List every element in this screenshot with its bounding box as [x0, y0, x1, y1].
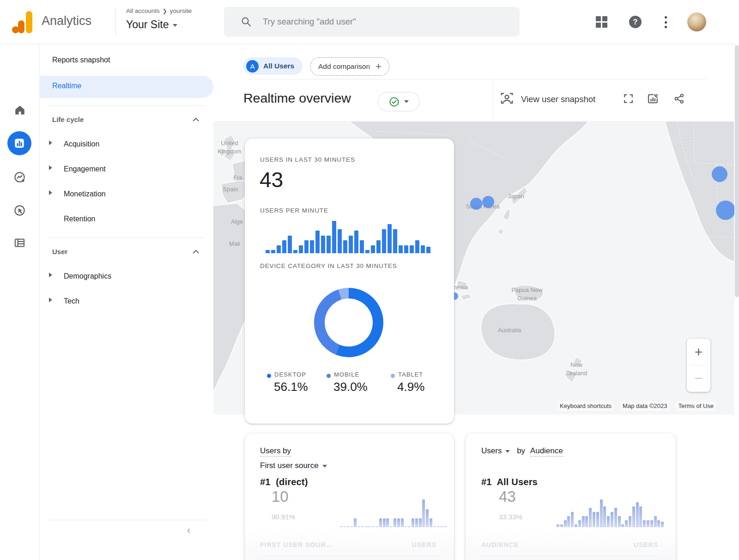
users-per-minute-chart: [266, 221, 430, 253]
bar: [421, 245, 425, 254]
table-divider: [481, 556, 660, 556]
bar: [360, 240, 364, 253]
zoom-out-button[interactable]: −: [687, 368, 710, 389]
search-icon: [241, 16, 252, 27]
nav-section-lifecycle[interactable]: Life cycle: [52, 116, 84, 123]
empty-minute-dash: [368, 526, 371, 527]
zoom-in-button[interactable]: +: [687, 341, 710, 363]
nav-item-monetization[interactable]: Monetization: [64, 190, 106, 198]
empty-minute-dash: [347, 526, 350, 527]
customize-report-icon[interactable]: [647, 92, 660, 105]
more-options-icon[interactable]: [664, 16, 667, 28]
user-snapshot-icon[interactable]: [500, 91, 514, 105]
home-icon[interactable]: [0, 104, 39, 116]
data-status-dropdown[interactable]: [378, 92, 419, 111]
advertising-icon[interactable]: [0, 204, 39, 217]
nav-reports-snapshot[interactable]: Reports snapshot: [52, 56, 110, 64]
expand-arrow-icon[interactable]: [49, 165, 52, 170]
mobile-percentage: 39.0%: [333, 380, 368, 394]
bar: [575, 524, 577, 527]
chevron-up-icon[interactable]: [193, 118, 199, 122]
top-row-value: 43: [499, 488, 516, 505]
library-icon[interactable]: [0, 237, 39, 249]
bar: [426, 509, 429, 527]
breadcrumb-site[interactable]: yoursite: [170, 7, 192, 14]
view-user-snapshot-button[interactable]: View user snapshot: [521, 94, 595, 104]
top-app-bar: Analytics All accounts❯yoursite Your Sit…: [0, 0, 739, 44]
bar: [629, 516, 631, 527]
page-scrollbar[interactable]: [735, 45, 739, 297]
collapse-nav-icon[interactable]: ‹: [187, 524, 190, 536]
empty-minute-dash: [376, 526, 378, 527]
bar: [394, 518, 396, 527]
analytics-logo-icon[interactable]: [12, 11, 33, 34]
metric-selector[interactable]: Users by: [260, 446, 291, 456]
user-avatar[interactable]: [687, 12, 706, 31]
fullscreen-icon[interactable]: [623, 93, 634, 104]
chevron-up-icon[interactable]: [193, 250, 199, 254]
nav-item-tech[interactable]: Tech: [64, 297, 79, 305]
nav-item-demographics[interactable]: Demographics: [64, 272, 111, 280]
nav-divider: [48, 105, 206, 106]
bar: [415, 518, 418, 527]
search-bar[interactable]: [224, 7, 520, 37]
help-icon[interactable]: ?: [629, 16, 642, 28]
bar: [639, 506, 642, 527]
bar: [299, 245, 303, 254]
nav-item-engagement[interactable]: Engagement: [64, 165, 106, 173]
share-icon[interactable]: [673, 93, 685, 104]
nav-section-user[interactable]: User: [52, 248, 67, 256]
bar: [354, 231, 358, 253]
bar: [611, 512, 613, 527]
expand-arrow-icon[interactable]: [49, 190, 52, 195]
page-title: Realtime overview: [243, 91, 351, 106]
bar: [430, 518, 432, 527]
mobile-legend-dot: [327, 374, 331, 378]
expand-arrow-icon[interactable]: [49, 140, 52, 145]
mobile-legend-label: MOBILE: [334, 371, 359, 378]
add-comparison-button[interactable]: Add comparison +: [310, 57, 389, 76]
expand-arrow-icon[interactable]: [49, 298, 52, 302]
empty-minute-dash: [350, 526, 353, 527]
bar: [277, 245, 281, 254]
bar: [596, 512, 599, 527]
bar: [282, 240, 286, 253]
map-zoom-control: + −: [687, 339, 710, 392]
top-row-label: #1 (direct): [260, 477, 308, 487]
keyboard-shortcuts-link[interactable]: Keyboard shortcuts: [557, 401, 614, 411]
property-name: Your Site: [126, 18, 169, 30]
breadcrumb[interactable]: All accounts❯yoursite: [126, 7, 192, 14]
empty-minute-dash: [444, 526, 447, 527]
apps-grid-icon[interactable]: [596, 16, 607, 28]
bar: [354, 518, 357, 527]
nav-item-retention[interactable]: Retention: [64, 215, 96, 223]
left-rail: [0, 44, 40, 560]
dimension-label[interactable]: Audience: [530, 446, 563, 457]
empty-minute-dash: [343, 526, 346, 527]
empty-minute-dash: [437, 526, 440, 527]
nav-item-acquisition[interactable]: Acquisition: [64, 140, 99, 148]
reports-icon-selected[interactable]: [7, 131, 31, 155]
bar: [564, 520, 567, 527]
explore-icon[interactable]: [0, 171, 39, 183]
chevron-down-icon: [404, 100, 409, 103]
breadcrumb-accounts[interactable]: All accounts: [126, 7, 160, 14]
users-30min-value: 43: [260, 167, 283, 192]
terms-of-use-link[interactable]: Terms of Use: [676, 401, 716, 411]
top-row-share: 90.91%: [272, 513, 295, 521]
bar: [647, 520, 649, 527]
landmass-japan: [503, 208, 510, 221]
bar: [643, 520, 646, 527]
dimension-selector[interactable]: First user source: [260, 461, 327, 470]
property-selector[interactable]: Your Site: [126, 18, 177, 31]
expand-arrow-icon[interactable]: [49, 273, 52, 277]
by-label: by: [517, 446, 525, 455]
landmass-island: [614, 310, 616, 312]
all-users-chip[interactable]: A All Users: [243, 57, 303, 75]
landmass-island: [607, 213, 610, 215]
nav-realtime-label[interactable]: Realtime: [52, 82, 81, 90]
search-input[interactable]: [262, 16, 485, 27]
metric-label[interactable]: Users: [481, 446, 502, 455]
desktop-legend-dot: [267, 374, 271, 378]
metric-dimension-selector[interactable]: Users by Audience: [481, 446, 563, 456]
